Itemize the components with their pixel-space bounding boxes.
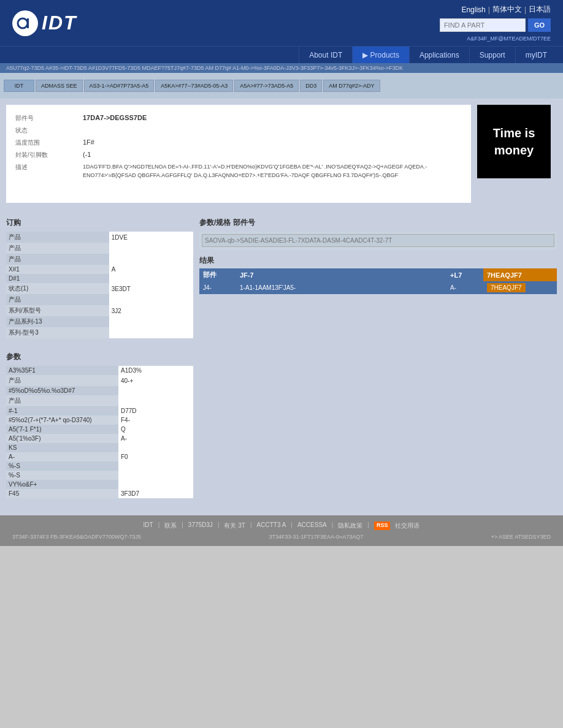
field-value: 1DVE: [109, 232, 193, 243]
order-section: 订购 产品 1DVE 产品 产品 X#1 A D#1: [6, 218, 193, 338]
logo-text: IDT: [42, 12, 77, 34]
field-value: [109, 327, 193, 338]
ad-line2: money: [493, 142, 535, 159]
table-row: 产品: [6, 294, 193, 305]
spec-value: D77D: [118, 406, 193, 415]
field-value: [109, 243, 193, 254]
specs-table: A3%35F1 A1D3% 产品 40-+ #5%oD%o5%o.%o3D#7 …: [6, 366, 193, 498]
footer-sep6: |: [332, 521, 334, 530]
results-header-row: 部件 JF-7 +L7 7HEAQJF7: [199, 268, 557, 281]
lang-jp[interactable]: 日本語: [529, 4, 551, 15]
results-title: 结果: [199, 256, 557, 266]
language-selector: English | 简体中文 | 日本語: [461, 4, 551, 15]
ad-banner[interactable]: Time is money: [477, 105, 551, 178]
cat-tab-3[interactable]: AS3-1->AD#7P73A5-A5: [84, 80, 155, 92]
cat-tab-6[interactable]: DD3: [300, 80, 322, 92]
search-input[interactable]: [440, 18, 526, 32]
spec-row: VY%o&F+: [6, 480, 193, 489]
footer-copyright2: 3T34F33-31-1FT17F3EAA-0=A73AQ7: [269, 534, 363, 540]
spec-label: %-S: [6, 471, 118, 480]
field-value: [109, 254, 193, 265]
nav-myidt[interactable]: myIDT: [515, 47, 557, 63]
nav-about[interactable]: About IDT: [299, 47, 352, 63]
part-search-input[interactable]: [202, 234, 554, 247]
rss-icon[interactable]: RSS: [374, 521, 391, 530]
footer-link-contact[interactable]: 联系: [164, 521, 177, 530]
temp-row: 温度范围 1F#: [15, 138, 462, 147]
ad-panel: Time is money: [477, 105, 557, 203]
field-value: A: [109, 265, 193, 274]
spec-row: A3%35F1 A1D3%: [6, 366, 193, 375]
spec-value: [118, 461, 193, 471]
package-row: 封装/引脚数 (-1: [15, 151, 462, 159]
cat-tab-5[interactable]: A5A>#77->73AD5-A5: [234, 80, 299, 92]
spec-row: A5('7-1 F*1) Q: [6, 425, 193, 434]
field-label: 产品: [6, 294, 109, 305]
buy-button[interactable]: 7HEAQJF7: [487, 283, 526, 292]
lang-sep1: |: [488, 6, 490, 14]
footer: IDT | 联系 | 3775D3J | 有关 3T | ACCTT3 A | …: [0, 515, 563, 546]
results-table: 部件 JF-7 +L7 7HEAQJF7 J4- 1-A1-1AAM13F'JA…: [199, 268, 557, 294]
result-buy[interactable]: 7HEAQJF7: [483, 281, 557, 294]
nav-support[interactable]: Support: [469, 47, 515, 63]
footer-sep7: |: [367, 521, 369, 530]
specs-area: 参数 A3%35F1 A1D3% 产品 40-+ #5%oD%o5%o.%o3D…: [0, 347, 563, 503]
result-l7: A-: [446, 281, 483, 294]
ad-text: Time is money: [493, 124, 535, 159]
spec-value: F4-: [118, 415, 193, 425]
field-label: 系列-型号3: [6, 327, 109, 338]
nav-bar: About IDT ▶ Products Applications Suppor…: [0, 46, 563, 63]
lang-sep2: |: [524, 6, 526, 14]
footer-link-privacy[interactable]: 隐私政策: [338, 521, 362, 530]
spec-value: [118, 386, 193, 395]
spec-label: KS: [6, 443, 118, 452]
footer-link-3[interactable]: 3775D3J: [188, 521, 213, 530]
col-part: 部件: [199, 268, 236, 281]
spec-value: 40-+: [118, 375, 193, 386]
nav-products[interactable]: ▶ Products: [352, 47, 409, 63]
field-value: 3E3DT: [109, 283, 193, 294]
footer-link-6[interactable]: ACCESSA: [297, 521, 327, 530]
spec-value: A1D3%: [118, 366, 193, 375]
go-button[interactable]: GO: [528, 18, 551, 32]
footer-link-4[interactable]: 有关 3T: [224, 521, 245, 530]
category-tabs: IDT ADMASS SEE AS3-1->AD#7P73A5-A5 A5KA>…: [0, 73, 563, 99]
footer-sep4: |: [250, 521, 252, 530]
col-l7: +L7: [446, 268, 483, 281]
spec-value: 3F3D7: [118, 489, 193, 498]
part-row: 部件号 17DA7->DEGSS7DE: [15, 114, 462, 123]
package-label: 封装/引脚数: [15, 151, 83, 159]
cat-tab-idt[interactable]: IDT: [4, 80, 34, 92]
spec-row: 产品: [6, 395, 193, 406]
cat-tab-7[interactable]: AM D77q#2>-ADY: [323, 80, 380, 92]
cat-tab-4[interactable]: A5KA>#77--73#AD5-05-A3: [155, 80, 233, 92]
desc-row: 描述 1DAG'FF'D.BFA Q'>NGD7ELNOA DE='I-AI-.…: [15, 163, 462, 180]
search-title: 参数/规格 部件号: [199, 218, 557, 228]
footer-link-social[interactable]: 社交用语: [395, 521, 419, 530]
lang-cn[interactable]: 简体中文: [492, 4, 522, 15]
lang-en[interactable]: English: [461, 6, 485, 14]
package-value: (-1: [83, 151, 91, 159]
cat-tab-2[interactable]: ADMASS SEE: [36, 80, 83, 92]
part-value: 17DA7->DEGSS7DE: [83, 114, 147, 123]
svg-rect-1: [27, 18, 29, 28]
header-tagline: A&F34F_MF@MTEADEM/DT7EE: [467, 36, 551, 42]
nav-applications[interactable]: Applications: [409, 47, 469, 63]
desc-label: 描述: [15, 163, 83, 180]
table-row: 产品 1DVE: [6, 232, 193, 243]
logo[interactable]: IDT: [12, 10, 77, 36]
spec-row: F45 3F3D7: [6, 489, 193, 498]
footer-bottom: 3T34F-3374F3 FB-3FKEA5&OADFV7700WQ7-73J5…: [12, 534, 551, 540]
spec-row: #5%oD%o5%o.%o3D#7: [6, 386, 193, 395]
main-content: 部件号 17DA7->DEGSS7DE 状态 温度范围 1F# 封装/引脚数 (…: [0, 99, 563, 209]
footer-sep: |: [158, 521, 160, 530]
search-results-section: 参数/规格 部件号 结果 部件 JF-7 +L7 7HEAQJF7 J4- 1-…: [199, 218, 557, 338]
footer-link-idt[interactable]: IDT: [144, 521, 153, 530]
spec-label: VY%o&F+: [6, 480, 118, 489]
result-row-selected[interactable]: J4- 1-A1-1AAM13F'JA5- A- 7HEAQJF7: [199, 281, 557, 294]
spec-label: A5('7-1 F*1): [6, 425, 118, 434]
field-label: 产品: [6, 254, 109, 265]
order-search-section: 订购 产品 1DVE 产品 产品 X#1 A D#1: [0, 213, 563, 343]
footer-link-5[interactable]: ACCTT3 A: [257, 521, 286, 530]
footer-copyright1: 3T34F-3374F3 FB-3FKEA5&OADFV7700WQ7-73J5: [12, 534, 141, 540]
